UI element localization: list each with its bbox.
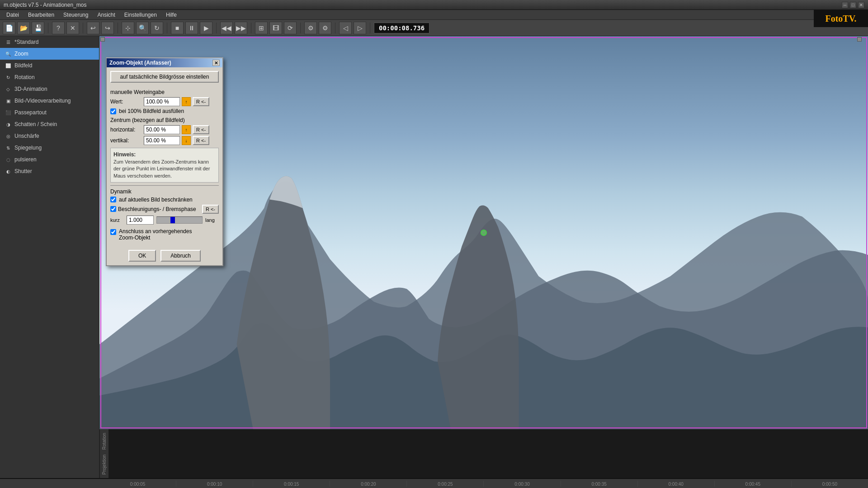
vertikal-arrow-button[interactable]: ↓ — [182, 136, 191, 145]
connect-row: Anschluss an vorhergehendesZoom-Objekt — [110, 228, 219, 241]
schatten-icon: ◑ — [5, 121, 12, 128]
horizontal-reset-button[interactable]: R <- — [193, 125, 209, 134]
restrict-row: auf aktuelles Bild beschränken — [110, 197, 219, 203]
zoom-button[interactable]: 🔍 — [136, 22, 149, 34]
dialog-body: auf tatsächliche Bildgrösse einstellen m… — [107, 67, 222, 246]
standard-icon: ☰ — [5, 38, 12, 46]
accel-checkbox[interactable] — [110, 206, 116, 212]
horizontal-input[interactable] — [144, 125, 180, 134]
corner-handle-tr[interactable] — [857, 37, 862, 42]
separator-4 — [167, 23, 167, 33]
shutter-icon: ◐ — [5, 168, 12, 175]
connect-label: Anschluss an vorhergehendesZoom-Objekt — [119, 228, 192, 241]
restrict-checkbox[interactable] — [110, 197, 116, 202]
sidebar-label-rotation: Rotation — [14, 74, 35, 80]
wert-arrow-button[interactable]: ↑ — [182, 97, 191, 106]
pause-button[interactable]: ⏸ — [185, 22, 198, 34]
checkbox-fill-row: bei 100% Bildfeld ausfüllen — [110, 108, 219, 114]
sidebar-item-rotation[interactable]: ↻ Rotation — [0, 71, 99, 83]
logo: FotoTV. — [814, 10, 868, 27]
minimize-button[interactable]: ─ — [842, 2, 848, 8]
ok-button[interactable]: OK — [128, 250, 156, 262]
redo-button[interactable]: ↪ — [101, 22, 114, 34]
sidebar-item-zoom[interactable]: 🔍 Zoom — [0, 48, 99, 60]
ruler-mark-9: 0:00:45 — [714, 481, 791, 487]
rotate-button[interactable]: ↻ — [151, 22, 163, 34]
menu-item-ansicht[interactable]: Ansicht — [93, 11, 119, 19]
sidebar-item-schatten[interactable]: ◑ Schatten / Schein — [0, 118, 99, 130]
sidebar-item-3d[interactable]: ◇ 3D-Animation — [0, 83, 99, 95]
sidebar-item-standard[interactable]: ☰ *Standard — [0, 36, 99, 48]
menu-item-steuerung[interactable]: Steuerung — [59, 11, 93, 19]
cancel-button[interactable]: Abbruch — [160, 250, 201, 262]
sidebar-item-bildfeld[interactable]: ⬜ Bildfeld — [0, 60, 99, 71]
accel-reset-button[interactable]: R <- — [202, 205, 219, 214]
bildfeld-icon: ⬜ — [5, 62, 12, 69]
arrow-right-button[interactable]: ▷ — [354, 22, 366, 34]
sidebar-label-pulsieren: pulsieren — [14, 156, 37, 163]
fill-checkbox[interactable] — [110, 108, 116, 114]
stop-button[interactable]: ■ — [171, 22, 184, 34]
help-button[interactable]: ? — [52, 22, 65, 34]
back-button[interactable]: ◀◀ — [220, 22, 233, 34]
fill-label: bei 100% Bildfeld ausfüllen — [119, 108, 184, 114]
open-button[interactable]: 📂 — [17, 22, 30, 34]
grid-button[interactable]: ⊞ — [255, 22, 268, 34]
horizontal-row: horizontal: ↑ R <- — [110, 125, 219, 134]
menu-item-hilfe[interactable]: Hilfe — [161, 11, 181, 19]
close-button[interactable]: ✕ — [858, 2, 864, 8]
maximize-button[interactable]: □ — [850, 2, 856, 8]
3d-icon: ◇ — [5, 85, 12, 93]
save-button[interactable]: 💾 — [32, 22, 44, 34]
sidebar-item-shutter[interactable]: ◐ Shutter — [0, 165, 99, 177]
ruler-marks: 0:00:05 0:00:10 0:00:15 0:00:20 0:00:25 … — [99, 481, 868, 487]
cursor-button[interactable]: ⊹ — [122, 22, 134, 34]
sidebar-label-bild: Bild-/Videoverarbeitung — [14, 98, 71, 104]
zoom-dialog: Zoom-Objekt (Anfasser) ✕ auf tatsächlich… — [106, 57, 223, 266]
refresh-button[interactable]: ⟳ — [284, 22, 297, 34]
sidebar-item-passepartout[interactable]: ⬛ Passepartout — [0, 107, 99, 118]
sidebar-item-spiegelung[interactable]: ⇅ Spiegelung — [0, 142, 99, 154]
arrow-left-button[interactable]: ◁ — [339, 22, 352, 34]
actual-size-button[interactable]: auf tatsächliche Bildgrösse einstellen — [110, 71, 219, 83]
sidebar-label-schatten: Schatten / Schein — [14, 121, 57, 127]
kurz-label: kurz — [110, 217, 124, 223]
horizontal-arrow-button[interactable]: ↑ — [182, 125, 191, 134]
film-button[interactable]: 🎞 — [269, 22, 282, 34]
sidebar-item-bildvideo[interactable]: ▣ Bild-/Videoverarbeitung — [0, 95, 99, 107]
separator-7 — [300, 23, 301, 33]
play-button[interactable]: ▶ — [200, 22, 212, 34]
projektion-label: Projektion — [100, 453, 108, 476]
wert-reset-button[interactable]: R <- — [193, 97, 209, 106]
right-panel: Rotation Projektion — [99, 429, 108, 478]
sidebar-item-unschaerfe[interactable]: ◎ Unschärfe — [0, 130, 99, 142]
accel-slider[interactable] — [156, 216, 203, 224]
ruler-mark-8: 0:00:40 — [637, 481, 714, 487]
forward-button[interactable]: ▶▶ — [235, 22, 247, 34]
menu-item-einstellungen[interactable]: Einstellungen — [120, 11, 161, 19]
menu-item-datei[interactable]: Datei — [2, 11, 24, 19]
sidebar-label-shutter: Shutter — [14, 168, 32, 174]
corner-handle-tl[interactable] — [100, 37, 105, 42]
tool1-button[interactable]: ⚙ — [304, 22, 317, 34]
sidebar-item-pulsieren[interactable]: ◌ pulsieren — [0, 154, 99, 165]
wert-input[interactable] — [144, 97, 180, 106]
separator-2 — [83, 23, 83, 33]
delete-button[interactable]: ✕ — [66, 22, 79, 34]
connect-checkbox[interactable] — [110, 229, 116, 235]
new-button[interactable]: 📄 — [3, 22, 15, 34]
timeline-area: 0:00:05 0:00:10 0:00:15 0:00:20 0:00:25 … — [0, 478, 868, 488]
ruler-mark-5: 0:00:25 — [406, 481, 483, 487]
vertikal-reset-button[interactable]: R <- — [193, 136, 209, 145]
dialog-close-button[interactable]: ✕ — [212, 60, 220, 66]
tool2-button[interactable]: ⚙ — [319, 22, 331, 34]
menu-item-bearbeiten[interactable]: Bearbeiten — [24, 11, 59, 19]
ruler-mark-3: 0:00:15 — [253, 481, 330, 487]
sidebar-label-bildfeld: Bildfeld — [14, 62, 32, 69]
vertikal-input[interactable] — [144, 136, 180, 145]
accel-value-input[interactable] — [127, 216, 154, 225]
passepartout-icon: ⬛ — [5, 109, 12, 116]
undo-button[interactable]: ↩ — [87, 22, 99, 34]
bild-icon: ▣ — [5, 97, 12, 104]
menubar: DateiBearbeitenSteuerungAnsichtEinstellu… — [0, 10, 868, 20]
